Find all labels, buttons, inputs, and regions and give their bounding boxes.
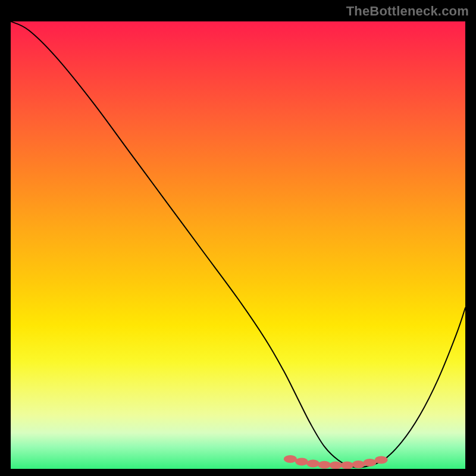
highlight-marker (329, 461, 342, 469)
plot-area (11, 21, 465, 469)
highlight-marker (364, 459, 377, 466)
highlight-marker (306, 459, 320, 467)
highlight-marker (375, 456, 388, 464)
watermark-text: TheBottleneck.com (346, 4, 469, 19)
series-curve (11, 21, 465, 468)
curve-svg (11, 21, 465, 469)
highlight-marker (352, 461, 365, 468)
highlight-marker (284, 455, 297, 463)
chart-stage: TheBottleneck.com (0, 0, 476, 476)
highlight-marker (340, 461, 353, 469)
highlight-marker (318, 461, 331, 469)
marker-group (284, 455, 388, 469)
highlight-marker (295, 458, 308, 465)
